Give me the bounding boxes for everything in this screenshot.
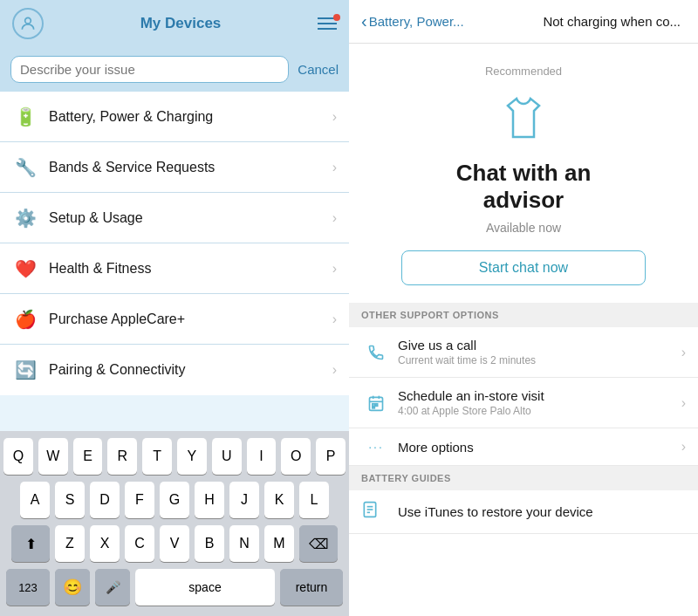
key-q[interactable]: Q xyxy=(3,438,33,475)
store-title: Schedule an in-store visit xyxy=(398,388,681,403)
recommended-section: Recommended Chat with an advisor Availab… xyxy=(349,44,698,303)
key-z[interactable]: Z xyxy=(55,525,85,562)
svg-rect-7 xyxy=(373,407,375,408)
back-button[interactable]: ‹ Battery, Power... xyxy=(361,11,464,31)
keyboard-row-3: ⬆ Z X C V B N M ⌫ xyxy=(3,525,346,562)
menu-item-pairing-label: Pairing & Connectivity xyxy=(49,362,332,378)
key-a[interactable]: A xyxy=(20,482,50,518)
menu-item-battery[interactable]: 🔋 Battery, Power & Charging › xyxy=(0,92,349,142)
more-title: More options xyxy=(398,440,681,455)
key-f[interactable]: F xyxy=(125,482,154,518)
chevron-right-icon: › xyxy=(332,261,337,277)
menu-item-setup[interactable]: ⚙️ Setup & Usage › xyxy=(0,193,349,243)
right-panel: ‹ Battery, Power... Not charging when co… xyxy=(349,0,698,616)
advisor-title: Chat with an advisor xyxy=(456,160,592,214)
advisor-icon xyxy=(497,92,550,147)
menu-item-pairing[interactable]: 🔄 Pairing & Connectivity › xyxy=(0,345,349,395)
mic-key[interactable]: 🎤 xyxy=(95,569,130,606)
keyboard-row-1: Q W E R T Y U I O P xyxy=(3,438,346,475)
menu-list: 🔋 Battery, Power & Charging › 🔧 Bands & … xyxy=(0,92,349,431)
avatar-icon[interactable] xyxy=(12,8,44,39)
menu-item-setup-label: Setup & Usage xyxy=(49,210,332,226)
calendar-icon xyxy=(361,394,391,412)
key-n[interactable]: N xyxy=(229,525,259,562)
call-text: Give us a call Current wait time is 2 mi… xyxy=(391,338,681,366)
more-options-item[interactable]: ··· More options › xyxy=(349,428,698,466)
battery-guides-label: BATTERY GUIDES xyxy=(349,466,698,490)
header-title: My Devices xyxy=(44,15,318,32)
recommended-label: Recommended xyxy=(485,65,562,78)
key-e[interactable]: E xyxy=(73,438,103,475)
key-v[interactable]: V xyxy=(160,525,189,562)
number-key[interactable]: 123 xyxy=(6,569,50,606)
other-support-label: OTHER SUPPORT OPTIONS xyxy=(349,303,698,327)
chevron-right-icon: › xyxy=(332,311,337,327)
key-d[interactable]: D xyxy=(90,482,120,518)
notification-dot xyxy=(333,14,340,21)
right-header: ‹ Battery, Power... Not charging when co… xyxy=(349,0,698,44)
key-u[interactable]: U xyxy=(212,438,242,475)
svg-rect-5 xyxy=(373,404,375,407)
chevron-right-icon: › xyxy=(681,395,686,411)
store-item[interactable]: Schedule an in-store visit 4:00 at Apple… xyxy=(349,378,698,428)
key-h[interactable]: H xyxy=(195,482,224,518)
key-r[interactable]: R xyxy=(107,438,137,475)
menu-item-bands-label: Bands & Service Requests xyxy=(49,160,332,175)
delete-key[interactable]: ⌫ xyxy=(299,525,338,562)
hamburger-menu-icon[interactable] xyxy=(318,17,337,30)
page-title: Not charging when co... xyxy=(464,14,686,29)
itunes-item[interactable]: Use iTunes to restore your device xyxy=(349,490,698,534)
start-chat-button[interactable]: Start chat now xyxy=(401,250,646,285)
search-input-wrap[interactable] xyxy=(10,56,289,83)
key-g[interactable]: G xyxy=(160,482,189,518)
key-x[interactable]: X xyxy=(90,525,120,562)
chevron-right-icon: › xyxy=(332,362,337,378)
svg-rect-6 xyxy=(375,404,378,407)
emoji-key[interactable]: 😊 xyxy=(55,569,90,606)
key-j[interactable]: J xyxy=(229,482,259,518)
call-title: Give us a call xyxy=(398,338,681,352)
key-o[interactable]: O xyxy=(281,438,311,475)
chevron-right-icon: › xyxy=(332,109,337,125)
key-w[interactable]: W xyxy=(38,438,68,475)
document-icon xyxy=(361,501,391,523)
menu-item-bands[interactable]: 🔧 Bands & Service Requests › xyxy=(0,142,349,193)
phone-icon xyxy=(361,344,391,361)
call-item[interactable]: Give us a call Current wait time is 2 mi… xyxy=(349,327,698,378)
key-s[interactable]: S xyxy=(55,482,85,518)
more-text: More options xyxy=(391,440,681,455)
applecare-icon: 🍎 xyxy=(12,309,38,330)
back-label: Battery, Power... xyxy=(369,14,464,29)
chevron-right-icon: › xyxy=(332,210,337,226)
keyboard-row-2: A S D F G H J K L xyxy=(3,482,346,518)
cancel-button[interactable]: Cancel xyxy=(298,62,339,77)
store-subtitle: 4:00 at Apple Store Palo Alto xyxy=(398,405,681,417)
store-text: Schedule an in-store visit 4:00 at Apple… xyxy=(391,388,681,417)
key-k[interactable]: K xyxy=(264,482,294,518)
menu-item-applecare-label: Purchase AppleCare+ xyxy=(49,311,332,327)
chevron-left-icon: ‹ xyxy=(361,11,367,31)
menu-item-applecare[interactable]: 🍎 Purchase AppleCare+ › xyxy=(0,294,349,345)
return-key[interactable]: return xyxy=(280,569,343,606)
key-b[interactable]: B xyxy=(195,525,224,562)
key-c[interactable]: C xyxy=(125,525,154,562)
chevron-right-icon: › xyxy=(332,160,337,175)
menu-item-health[interactable]: ❤️ Health & Fitness › xyxy=(0,243,349,294)
menu-item-battery-label: Battery, Power & Charging xyxy=(49,109,332,125)
key-m[interactable]: M xyxy=(264,525,294,562)
shift-key[interactable]: ⬆ xyxy=(11,525,50,562)
space-key[interactable]: space xyxy=(135,569,275,606)
pairing-icon: 🔄 xyxy=(12,359,38,380)
key-l[interactable]: L xyxy=(299,482,329,518)
search-input[interactable] xyxy=(20,62,279,77)
key-t[interactable]: T xyxy=(142,438,172,475)
key-p[interactable]: P xyxy=(316,438,346,475)
chevron-right-icon: › xyxy=(681,345,686,360)
left-panel: My Devices Cancel 🔋 Battery, Power & Cha… xyxy=(0,0,349,616)
key-y[interactable]: Y xyxy=(177,438,207,475)
battery-icon: 🔋 xyxy=(12,106,38,127)
key-i[interactable]: I xyxy=(247,438,277,475)
keyboard-row-4: 123 😊 🎤 space return xyxy=(3,569,346,606)
search-bar: Cancel xyxy=(0,47,349,92)
keyboard: Q W E R T Y U I O P A S D F G H J K L ⬆ … xyxy=(0,431,349,616)
